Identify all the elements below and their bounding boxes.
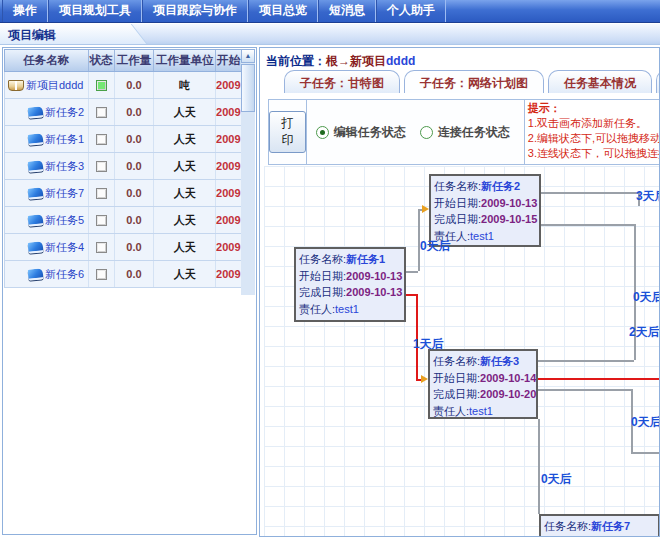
top-menu-bar: 操作项目规划工具项目跟踪与协作项目总览短消息个人助手 <box>0 0 660 23</box>
menu-item[interactable]: 项目规划工具 <box>48 0 142 22</box>
tab-item[interactable]: 子任务：甘特图 <box>284 70 400 93</box>
status-checkbox[interactable] <box>96 215 107 226</box>
table-row[interactable]: 新任务10.0人天2009 <box>4 126 243 153</box>
lag-label: 0天后 <box>633 289 660 306</box>
table-row[interactable]: 新任务60.0人天2009 <box>4 261 243 288</box>
unit-cell: 人天 <box>154 126 216 152</box>
scrollbar-thumb[interactable] <box>241 64 255 112</box>
task-node-task2[interactable]: 任务名称:新任务2开始日期:2009-10-13完成日期:2009-10-15责… <box>429 174 541 247</box>
start-date-cell: 2009 <box>216 261 242 287</box>
menu-item[interactable]: 短消息 <box>318 0 376 22</box>
start-date-cell: 2009 <box>216 72 242 98</box>
table-row[interactable]: 新任务30.0人天2009 <box>4 153 243 180</box>
column-header[interactable]: 工作量单位 <box>154 50 216 71</box>
column-header[interactable]: 开始 <box>216 50 242 71</box>
column-header[interactable]: 任务名称 <box>5 50 89 71</box>
detail-tabs: 子任务：甘特图子任务：网络计划图任务基本情况任务变 <box>284 70 660 93</box>
print-button[interactable]: 打印 <box>269 111 306 153</box>
start-date-cell: 2009 <box>216 234 242 260</box>
table-row[interactable]: 新任务70.0人天2009 <box>4 180 243 207</box>
menu-item[interactable]: 个人助手 <box>376 0 446 22</box>
tips-line: 1.双击画布添加新任务。 <box>528 116 658 131</box>
status-cell <box>89 153 115 179</box>
task-node-task3[interactable]: 任务名称:新任务3开始日期:2009-10-14完成日期:2009-10-20责… <box>428 349 538 419</box>
unit-cell: 吨 <box>154 72 216 98</box>
task-name-label: 新任务1 <box>45 132 84 147</box>
breadcrumb-project-name[interactable]: dddd <box>386 54 415 68</box>
table-row[interactable]: 新任务50.0人天2009 <box>4 207 243 234</box>
menu-item[interactable]: 项目总览 <box>248 0 318 22</box>
diagram-toolbar: 打印 编辑任务状态 连接任务状态 提示： 1.双击画布添加新任务。2.编辑状态下… <box>268 99 660 165</box>
connector-line <box>538 389 631 391</box>
tab-active[interactable]: 子任务：网络计划图 <box>404 70 544 93</box>
unit-cell: 人天 <box>154 207 216 233</box>
edit-mode-label[interactable]: 编辑任务状态 <box>334 124 406 141</box>
workload-cell: 0.0 <box>115 261 155 287</box>
workload-cell: 0.0 <box>115 207 155 233</box>
task-detail-panel: 当前位置：根→新项目dddd 子任务：甘特图子任务：网络计划图任务基本情况任务变… <box>259 47 660 537</box>
tips-box: 提示： 1.双击画布添加新任务。2.编辑状态下,可以拖拽移动任务框3.连线状态下… <box>524 99 660 165</box>
connector-line <box>541 224 634 226</box>
tips-line: 2.编辑状态下,可以拖拽移动任务框 <box>528 131 658 146</box>
task-name-cell: 新项目dddd <box>5 72 89 98</box>
unit-cell: 人天 <box>154 180 216 206</box>
task-name-cell: 新任务5 <box>5 207 89 233</box>
edit-mode-radio[interactable] <box>316 126 329 139</box>
lag-label: 0天后 <box>420 238 451 255</box>
workload-cell: 0.0 <box>115 234 155 260</box>
status-checkbox[interactable] <box>96 161 107 172</box>
project-edit-window: 操作项目规划工具项目跟踪与协作项目总览短消息个人助手 项目编辑 任务名称状态工作… <box>0 0 660 537</box>
status-cell <box>89 180 115 206</box>
unit-cell: 人天 <box>154 261 216 287</box>
task-table: 任务名称状态工作量工作量单位开始 新项目dddd0.0吨2009新任务20.0人… <box>4 49 243 288</box>
connector-arrow-icon <box>422 205 429 213</box>
tab-item[interactable]: 任务基本情况 <box>548 70 652 93</box>
breadcrumb-path[interactable]: 根→新项目 <box>326 54 386 68</box>
node-row: 完成日期:2009-10-13 <box>299 284 401 301</box>
connector-line <box>538 360 634 362</box>
task-name-cell: 新任务3 <box>5 153 89 179</box>
connect-mode-label[interactable]: 连接任务状态 <box>438 124 510 141</box>
status-checkbox[interactable] <box>96 242 107 253</box>
menu-item[interactable]: 操作 <box>2 0 48 22</box>
column-header[interactable]: 工作量 <box>115 50 155 71</box>
connector-arrow-icon <box>421 375 428 383</box>
node-row: 任务名称:新任务7 <box>544 518 655 535</box>
project-icon <box>8 80 24 91</box>
status-checkbox[interactable] <box>96 107 107 118</box>
table-row[interactable]: 新项目dddd0.0吨2009 <box>4 72 243 99</box>
status-checkbox[interactable] <box>96 80 107 91</box>
connector-line <box>406 271 418 273</box>
book-icon <box>27 268 43 281</box>
task-name-label: 新任务3 <box>45 159 84 174</box>
network-diagram-canvas[interactable]: 任务名称:新任务2开始日期:2009-10-13完成日期:2009-10-15责… <box>264 166 660 537</box>
task-name-cell: 新任务1 <box>5 126 89 152</box>
task-node-task7[interactable]: 任务名称:新任务7开始日期:2009-10-20 <box>539 514 660 537</box>
menu-item[interactable]: 项目跟踪与协作 <box>142 0 248 22</box>
status-checkbox[interactable] <box>96 188 107 199</box>
unit-cell: 人天 <box>154 234 216 260</box>
status-checkbox[interactable] <box>96 269 107 280</box>
connector-line <box>631 452 660 454</box>
tips-title: 提示： <box>528 101 658 116</box>
table-row[interactable]: 新任务20.0人天2009 <box>4 99 243 126</box>
tab-item[interactable]: 任务变 <box>656 70 660 93</box>
connect-mode-radio[interactable] <box>420 126 433 139</box>
task-node-task1[interactable]: 任务名称:新任务1开始日期:2009-10-13完成日期:2009-10-13责… <box>294 247 406 322</box>
status-cell <box>89 126 115 152</box>
task-name-label: 新任务5 <box>45 213 84 228</box>
lag-label: 0天后 <box>541 471 572 488</box>
table-row[interactable]: 新任务40.0人天2009 <box>4 234 243 261</box>
book-icon <box>27 133 43 146</box>
column-header[interactable]: 状态 <box>89 50 115 71</box>
mode-radio-group: 编辑任务状态 连接任务状态 <box>307 100 524 164</box>
status-checkbox[interactable] <box>96 134 107 145</box>
book-icon <box>27 214 43 227</box>
node-row: 完成日期:2009-10-20 <box>433 386 533 403</box>
scroll-up-button[interactable]: ▲ <box>241 49 255 63</box>
start-date-cell: 2009 <box>216 126 242 152</box>
start-date-cell: 2009 <box>216 207 242 233</box>
workload-cell: 0.0 <box>115 180 155 206</box>
table-vertical-scrollbar[interactable]: ▲ <box>241 49 255 295</box>
workload-cell: 0.0 <box>115 72 155 98</box>
